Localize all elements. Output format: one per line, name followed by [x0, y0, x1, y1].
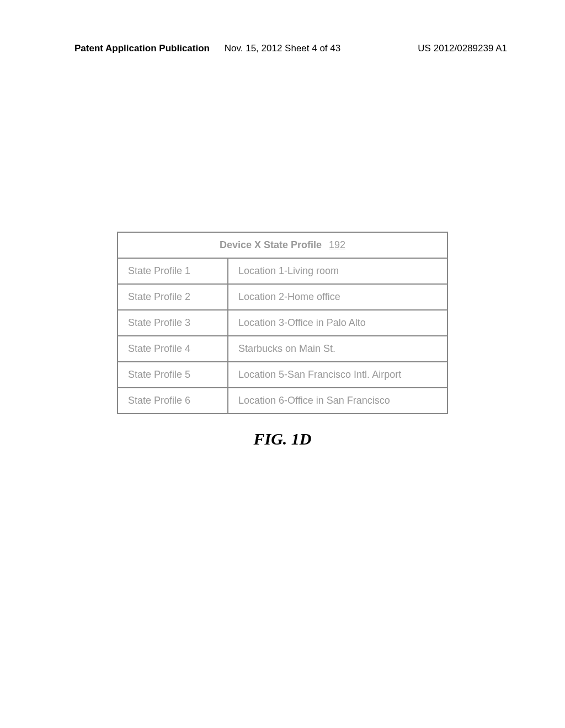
table-row: State Profile 3 Location 3-Office in Pal… [118, 310, 447, 336]
location-cell: Starbucks on Main St. [228, 336, 447, 362]
header-date-sheet: Nov. 15, 2012 Sheet 4 of 43 [225, 43, 340, 54]
profile-cell: State Profile 2 [118, 284, 228, 310]
profile-cell: State Profile 1 [118, 258, 228, 284]
location-cell: Location 6-Office in San Francisco [228, 388, 447, 414]
page-header: Patent Application Publication Nov. 15, … [0, 43, 565, 54]
profile-cell: State Profile 4 [118, 336, 228, 362]
table-title-cell: Device X State Profile 192 [118, 232, 447, 258]
table-row: State Profile 2 Location 2-Home office [118, 284, 447, 310]
figure-caption: FIG. 1D [117, 430, 448, 448]
header-publication-number: US 2012/0289239 A1 [418, 43, 507, 54]
profile-cell: State Profile 5 [118, 362, 228, 388]
table-reference-number: 192 [329, 239, 345, 250]
location-cell: Location 3-Office in Palo Alto [228, 310, 447, 336]
location-cell: Location 5-San Francisco Intl. Airport [228, 362, 447, 388]
table-row: State Profile 6 Location 6-Office in San… [118, 388, 447, 414]
profile-cell: State Profile 3 [118, 310, 228, 336]
table-row: State Profile 5 Location 5-San Francisco… [118, 362, 447, 388]
figure-container: Device X State Profile 192 State Profile… [117, 232, 448, 448]
profile-cell: State Profile 6 [118, 388, 228, 414]
table-row: State Profile 4 Starbucks on Main St. [118, 336, 447, 362]
table-row: State Profile 1 Location 1-Living room [118, 258, 447, 284]
table-title: Device X State Profile [220, 239, 322, 250]
state-profile-table: Device X State Profile 192 State Profile… [117, 232, 448, 414]
location-cell: Location 2-Home office [228, 284, 447, 310]
location-cell: Location 1-Living room [228, 258, 447, 284]
header-publication-type: Patent Application Publication [74, 43, 210, 54]
